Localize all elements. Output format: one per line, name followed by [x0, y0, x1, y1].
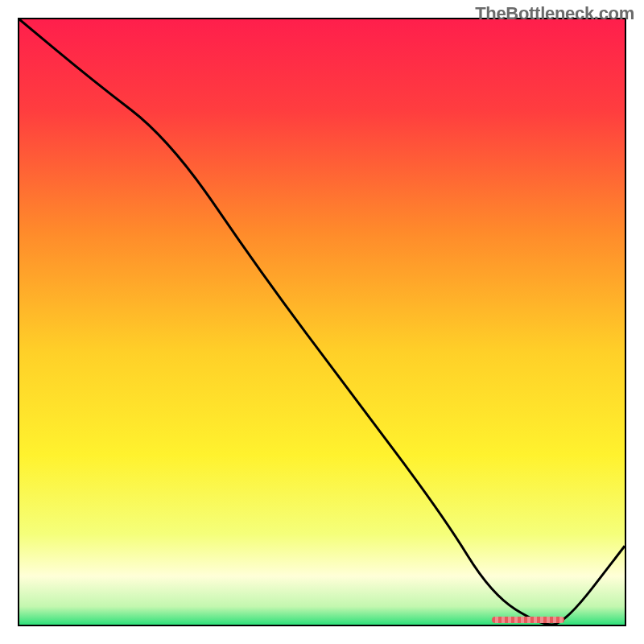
bottleneck-curve — [19, 19, 625, 625]
optimal-range-marker — [492, 617, 564, 623]
watermark-text: TheBottleneck.com — [475, 3, 634, 24]
chart-container: TheBottleneck.com — [0, 0, 644, 644]
plot-area — [18, 18, 626, 626]
